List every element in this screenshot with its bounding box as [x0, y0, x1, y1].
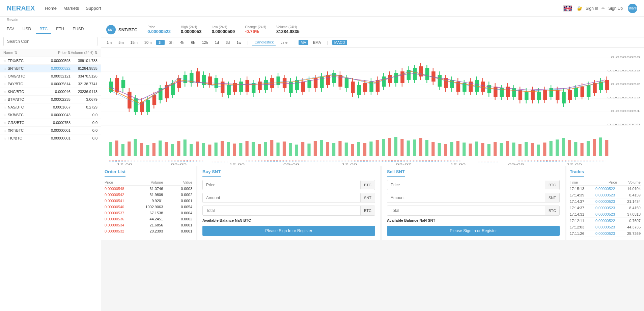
sign-up-link[interactable]: Sign Up	[608, 6, 623, 11]
coin-name: GRS/BTC	[8, 121, 40, 125]
svg-rect-236	[425, 140, 428, 156]
coin-row[interactable]: ☆ SNT/BTC 0.00000522 81284.9835	[0, 65, 101, 72]
sell-available-balance: Available Balance NaN SNT	[387, 218, 560, 222]
buy-submit-btn[interactable]: Please Sign In or Register	[202, 226, 375, 236]
chart-candlestick-btn[interactable]: Candlestick	[252, 39, 276, 45]
coin-row[interactable]: ☆ TIC/BTC 0.00000001 0.0	[0, 134, 101, 142]
time-30m[interactable]: 30m	[142, 40, 153, 45]
trade-time: 17:12:11	[570, 219, 593, 223]
time-12h[interactable]: 12h	[200, 40, 210, 45]
col-volume-header: Volume (24H) ⇅	[71, 51, 97, 55]
coin-row[interactable]: ☆ GRS/BTC 0.0000758 0.0	[0, 119, 101, 127]
svg-rect-186	[115, 141, 118, 156]
svg-rect-210	[264, 142, 267, 156]
svg-rect-223	[345, 143, 348, 156]
search-input[interactable]	[3, 37, 97, 46]
svg-rect-218	[314, 141, 317, 156]
sell-available-value: NaN	[419, 218, 427, 222]
coin-name: OMG/BTC	[8, 74, 40, 78]
trade-row: 17:14:31 0.00000523 37.0313	[570, 211, 641, 218]
buy-total-input[interactable]	[203, 206, 360, 215]
order-price-value: 0.00000548	[105, 187, 134, 191]
time-15m[interactable]: 15m	[129, 40, 140, 45]
indicator-ema[interactable]: EMA	[311, 40, 323, 45]
flag-svg	[564, 6, 572, 11]
nav-markets[interactable]: Markets	[63, 6, 79, 11]
coin-row[interactable]: ☆ BTM/BTC 0.00002235 3.0679	[0, 96, 101, 103]
time-1w[interactable]: 1w	[234, 40, 243, 45]
time-4h[interactable]: 4h	[178, 40, 186, 45]
time-5m[interactable]: 5m	[116, 40, 125, 45]
sell-price-suffix: BTC	[545, 181, 559, 189]
svg-rect-189	[134, 139, 137, 156]
sell-price-input[interactable]	[387, 180, 545, 190]
pair-icon: SNT	[106, 25, 116, 34]
trades-panel: Trades Time Price Volume 17:15:13 0.0000…	[566, 166, 644, 240]
tab-usd[interactable]: USD	[19, 25, 34, 34]
tab-eth[interactable]: ETH	[53, 25, 67, 34]
svg-text:12:00: 12:00	[566, 163, 582, 166]
coin-row[interactable]: ☆ TRX/BTC 0.00000593 389101.783	[0, 57, 101, 65]
coin-row[interactable]: ☆ PAY/BTC 0.00005814 32138.7741	[0, 80, 101, 88]
buy-amount-input[interactable]	[203, 193, 360, 203]
sell-submit-btn[interactable]: Please Sign In or Register	[387, 226, 560, 236]
coin-volume: 0.0	[71, 121, 97, 125]
sell-amount-row: SNT	[387, 193, 560, 203]
nav-home[interactable]: Home	[45, 6, 57, 11]
coin-volume: 389101.783	[71, 59, 97, 63]
svg-rect-211	[270, 140, 273, 156]
pair-name: SNT/BTC	[118, 27, 137, 32]
time-1m[interactable]: 1m	[105, 40, 114, 45]
flag-icon[interactable]	[563, 5, 572, 11]
coin-row[interactable]: ☆ SKB/BTC 0.00000043 0.0	[0, 111, 101, 119]
svg-rect-226	[363, 143, 366, 156]
trade-price: 0.00000523	[593, 212, 617, 216]
sell-total-input[interactable]	[387, 206, 545, 215]
svg-rect-206	[239, 143, 242, 156]
coin-rows: ☆ TRX/BTC 0.00000593 389101.783 ☆ SNT/BT…	[0, 57, 101, 142]
svg-rect-78	[283, 78, 286, 88]
tab-btc[interactable]: BTC	[36, 25, 51, 34]
indicator-ma[interactable]: MA	[299, 40, 308, 45]
coin-row[interactable]: ☆ KNC/BTC 0.000046 23236.9113	[0, 88, 101, 96]
svg-rect-208	[252, 142, 255, 156]
logo[interactable]: NERAEX	[7, 4, 35, 12]
buy-price-input[interactable]	[203, 180, 360, 190]
coin-price: 0.00005814	[40, 82, 71, 86]
coin-row[interactable]: ☆ XRT/BTC 0.00000001 0.0	[0, 127, 101, 134]
avatar[interactable]: share	[628, 4, 637, 13]
svg-rect-245	[481, 143, 484, 156]
time-3d[interactable]: 3d	[224, 40, 232, 45]
trade-time: 17:15:13	[570, 187, 593, 191]
svg-rect-212	[276, 143, 279, 156]
nav-support[interactable]: Support	[86, 6, 101, 11]
trade-volume: 37.0313	[617, 212, 641, 216]
time-1h[interactable]: 1h	[156, 40, 164, 45]
tab-fav[interactable]: FAV	[3, 25, 18, 34]
coin-row[interactable]: ☆ NAS/BTC 0.0001667 0.2729	[0, 103, 101, 111]
sell-available-currency: SNT	[428, 218, 435, 222]
sell-total-row: BTC	[387, 206, 560, 216]
time-1d[interactable]: 1d	[213, 40, 221, 45]
trade-time: 17:14:37	[570, 199, 593, 204]
coin-price: 0.0001667	[40, 105, 71, 109]
tab-eusd[interactable]: EUSD	[69, 25, 87, 34]
svg-rect-217	[307, 144, 310, 156]
time-6h[interactable]: 6h	[189, 40, 197, 45]
star-icon: ☆	[3, 105, 6, 109]
chart-line-btn[interactable]: Line	[278, 40, 289, 45]
time-2h[interactable]: 2h	[167, 40, 175, 45]
svg-rect-112	[388, 75, 392, 83]
coin-row[interactable]: ☆ OMG/BTC 0.00032121 33470.5126	[0, 72, 101, 80]
svg-text:03-05: 03-05	[171, 163, 187, 166]
trade-row: 17:12:03 0.00000523 44.3735	[570, 224, 641, 230]
trade-price: 0.00000523	[593, 193, 617, 197]
indicator-macd[interactable]: MACD	[332, 40, 347, 45]
sign-in-link[interactable]: Sign In	[586, 6, 598, 11]
coin-tabs: FAV USD BTC ETH EUSD	[0, 22, 101, 34]
svg-rect-187	[121, 144, 124, 156]
svg-rect-251	[519, 144, 522, 156]
svg-rect-232	[400, 139, 403, 156]
coin-price: 0.00000001	[40, 136, 71, 140]
sell-amount-input[interactable]	[387, 193, 545, 203]
